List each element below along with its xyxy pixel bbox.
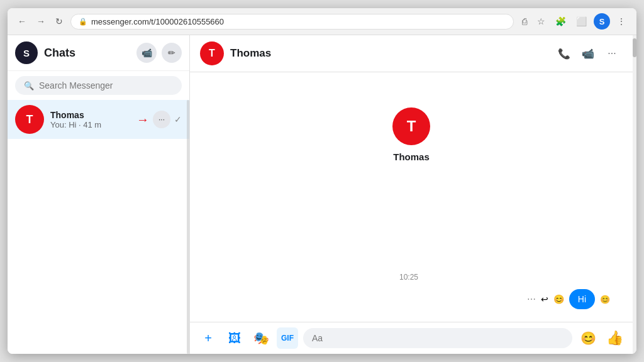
contact-name-large: Thomas [393, 151, 430, 162]
browser-menu-button[interactable]: ⋮ [614, 14, 629, 28]
share-button[interactable]: ⎙ [519, 14, 530, 28]
arrow-icon: → [136, 112, 149, 127]
bookmark-button[interactable]: ☆ [534, 14, 548, 28]
chat-item[interactable]: T Thomas You: Hi · 41 m → ··· ✓ [8, 100, 189, 139]
video-call-header-button[interactable]: 📹 [577, 43, 599, 64]
lock-icon: 🔒 [79, 18, 87, 26]
chat-name: Thomas [50, 110, 130, 120]
chat-header-actions: 📞 📹 ··· [553, 43, 623, 64]
message-group: 10:25 ⋯ ↩ 😊 Hi 😊 [200, 268, 623, 312]
chat-preview: You: Hi · 41 m [50, 120, 130, 129]
message-input-area: + 🖼 🎭 GIF 😊 👍 [190, 322, 633, 354]
extension-button[interactable]: 🧩 [552, 14, 569, 28]
emoji-button[interactable]: 😊 [577, 327, 599, 349]
browser-window: ← → ↻ 🔒 messenger.com/t/100002610555660 … [8, 8, 636, 354]
search-bar[interactable]: 🔍 [15, 76, 182, 95]
emoji-react-button[interactable]: 😊 [553, 294, 564, 304]
message-input[interactable] [303, 328, 572, 348]
scroll-thumb [633, 38, 636, 57]
more-reactions-icon[interactable]: ⋯ [527, 294, 536, 304]
like-button[interactable]: 👍 [604, 327, 625, 349]
chat-options-button[interactable]: ··· [153, 111, 170, 128]
reaction-smiley: 😊 [600, 295, 610, 304]
read-check-icon: ✓ [174, 114, 182, 124]
url-text: messenger.com/t/100002610555660 [91, 17, 506, 26]
messages-area: T Thomas 10:25 ⋯ ↩ 😊 Hi 😊 [190, 72, 633, 322]
browser-chrome: ← → ↻ 🔒 messenger.com/t/100002610555660 … [8, 8, 636, 35]
user-avatar[interactable]: S [15, 41, 38, 64]
chat-header-name: Thomas [230, 47, 547, 60]
photo-button[interactable]: 🖼 [224, 327, 245, 349]
chat-list-scrollbar[interactable] [187, 100, 189, 354]
sidebar-title: Chats [44, 47, 130, 60]
sidebar-header: S Chats 📹 ✏ [8, 35, 189, 71]
forward-button[interactable]: → [34, 15, 48, 28]
contact-info-center: T Thomas [392, 107, 430, 162]
main-chat: T Thomas 📞 📹 ··· T Thomas [190, 35, 633, 354]
address-bar[interactable]: 🔒 messenger.com/t/100002610555660 [70, 14, 514, 30]
phone-call-button[interactable]: 📞 [553, 43, 575, 64]
main-chat-wrapper: T Thomas 📞 📹 ··· T Thomas [190, 35, 636, 354]
browser-profile-avatar[interactable]: S [594, 13, 610, 30]
sidebar-header-actions: 📹 ✏ [136, 43, 182, 63]
contact-avatar-large: T [392, 107, 430, 145]
reload-button[interactable]: ↻ [53, 15, 65, 28]
gif-button[interactable]: GIF [277, 327, 298, 349]
chat-header-avatar: T [200, 41, 224, 65]
video-call-button[interactable]: 📹 [136, 43, 157, 63]
hi-message-area: ⋯ ↩ 😊 Hi 😊 [200, 287, 618, 312]
app-content: S Chats 📹 ✏ 🔍 T Thomas You: Hi · 41 m [8, 35, 636, 354]
back-button[interactable]: ← [15, 15, 29, 28]
window-button[interactable]: ⬜ [573, 14, 590, 28]
chat-list: T Thomas You: Hi · 41 m → ··· ✓ [8, 100, 189, 354]
search-icon: 🔍 [24, 81, 34, 90]
react-button[interactable]: ↩ [541, 294, 548, 304]
chat-item-actions: → ··· ✓ [136, 111, 182, 128]
right-scrollbar[interactable] [633, 35, 636, 354]
chat-more-button[interactable]: ··· [601, 43, 623, 64]
chat-header: T Thomas 📞 📹 ··· [190, 35, 633, 72]
add-attachment-button[interactable]: + [197, 327, 219, 349]
browser-actions: ⎙ ☆ 🧩 ⬜ S ⋮ [519, 13, 629, 30]
new-chat-button[interactable]: ✏ [162, 43, 182, 63]
sticker-button[interactable]: 🎭 [250, 327, 272, 349]
message-timestamp: 10:25 [399, 273, 418, 282]
chat-avatar: T [15, 105, 44, 134]
search-input[interactable] [39, 80, 173, 90]
message-bubble: Hi [569, 289, 595, 309]
chat-info: Thomas You: Hi · 41 m [50, 110, 130, 129]
sidebar: S Chats 📹 ✏ 🔍 T Thomas You: Hi · 41 m [8, 35, 190, 354]
